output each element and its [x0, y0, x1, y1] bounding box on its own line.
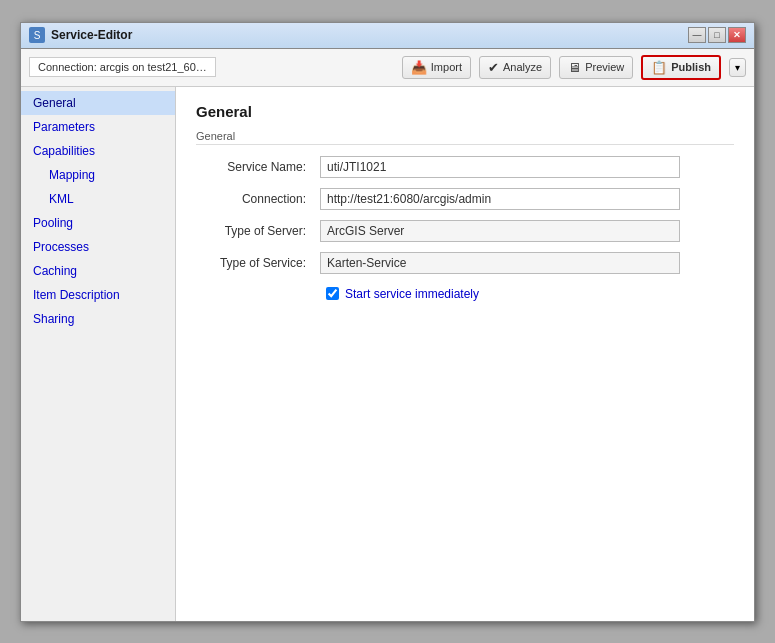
table-row: Type of Service:: [196, 247, 734, 279]
field-label-service-name: Service Name:: [196, 151, 316, 183]
start-service-label[interactable]: Start service immediately: [345, 287, 479, 301]
close-button[interactable]: ✕: [728, 27, 746, 43]
dropdown-button[interactable]: ▾: [729, 58, 746, 77]
main-panel: General General Service Name: Connection…: [176, 87, 754, 621]
field-value-type-server: [316, 215, 734, 247]
sidebar-item-mapping[interactable]: Mapping: [21, 163, 175, 187]
analyze-label: Analyze: [503, 61, 542, 73]
service-name-input[interactable]: [320, 156, 680, 178]
sidebar-item-label: Capabilities: [33, 144, 95, 158]
field-value-connection: [316, 183, 734, 215]
title-bar-left: S Service-Editor: [29, 27, 132, 43]
sidebar-item-kml[interactable]: KML: [21, 187, 175, 211]
sidebar-item-sharing[interactable]: Sharing: [21, 307, 175, 331]
field-label-connection: Connection:: [196, 183, 316, 215]
form-table: Service Name: Connection: Type of Server…: [196, 151, 734, 279]
sidebar-item-label: Item Description: [33, 288, 120, 302]
preview-button[interactable]: 🖥 Preview: [559, 56, 633, 79]
title-bar: S Service-Editor — □ ✕: [21, 23, 754, 49]
type-server-input: [320, 220, 680, 242]
field-value-service-name: [316, 151, 734, 183]
sidebar-item-label: Caching: [33, 264, 77, 278]
window-title: Service-Editor: [51, 28, 132, 42]
start-service-checkbox[interactable]: [326, 287, 339, 300]
service-editor-window: S Service-Editor — □ ✕ Connection: arcgi…: [20, 22, 755, 622]
table-row: Connection:: [196, 183, 734, 215]
sidebar-item-label: Processes: [33, 240, 89, 254]
preview-label: Preview: [585, 61, 624, 73]
type-service-input: [320, 252, 680, 274]
field-label-type-server: Type of Server:: [196, 215, 316, 247]
analyze-button[interactable]: ✔ Analyze: [479, 56, 551, 79]
sidebar-item-capabilities[interactable]: Capabilities: [21, 139, 175, 163]
minimize-button[interactable]: —: [688, 27, 706, 43]
sidebar-item-caching[interactable]: Caching: [21, 259, 175, 283]
section-label: General: [196, 130, 734, 145]
sidebar-item-label: Parameters: [33, 120, 95, 134]
sidebar-item-label: General: [33, 96, 76, 110]
sidebar-item-parameters[interactable]: Parameters: [21, 115, 175, 139]
import-label: Import: [431, 61, 462, 73]
checkbox-row: Start service immediately: [326, 287, 734, 301]
title-controls: — □ ✕: [688, 27, 746, 43]
publish-label: Publish: [671, 61, 711, 73]
sidebar-item-pooling[interactable]: Pooling: [21, 211, 175, 235]
connection-label: Connection: arcgis on test21_6080 (publi…: [29, 57, 216, 77]
sidebar-item-label: KML: [49, 192, 74, 206]
publish-icon: 📋: [651, 60, 667, 75]
toolbar: Connection: arcgis on test21_6080 (publi…: [21, 49, 754, 87]
connection-input[interactable]: [320, 188, 680, 210]
sidebar-item-label: Sharing: [33, 312, 74, 326]
preview-icon: 🖥: [568, 60, 581, 75]
publish-button[interactable]: 📋 Publish: [641, 55, 721, 80]
content-area: General Parameters Capabilities Mapping …: [21, 87, 754, 621]
maximize-button[interactable]: □: [708, 27, 726, 43]
import-icon: 📥: [411, 60, 427, 75]
table-row: Service Name:: [196, 151, 734, 183]
panel-title: General: [196, 103, 734, 120]
field-label-type-service: Type of Service:: [196, 247, 316, 279]
sidebar: General Parameters Capabilities Mapping …: [21, 87, 176, 621]
sidebar-item-item-description[interactable]: Item Description: [21, 283, 175, 307]
sidebar-item-general[interactable]: General: [21, 91, 175, 115]
sidebar-item-label: Mapping: [49, 168, 95, 182]
table-row: Type of Server:: [196, 215, 734, 247]
chevron-down-icon: ▾: [735, 62, 740, 73]
sidebar-item-processes[interactable]: Processes: [21, 235, 175, 259]
sidebar-item-label: Pooling: [33, 216, 73, 230]
field-value-type-service: [316, 247, 734, 279]
analyze-icon: ✔: [488, 60, 499, 75]
import-button[interactable]: 📥 Import: [402, 56, 471, 79]
window-icon: S: [29, 27, 45, 43]
